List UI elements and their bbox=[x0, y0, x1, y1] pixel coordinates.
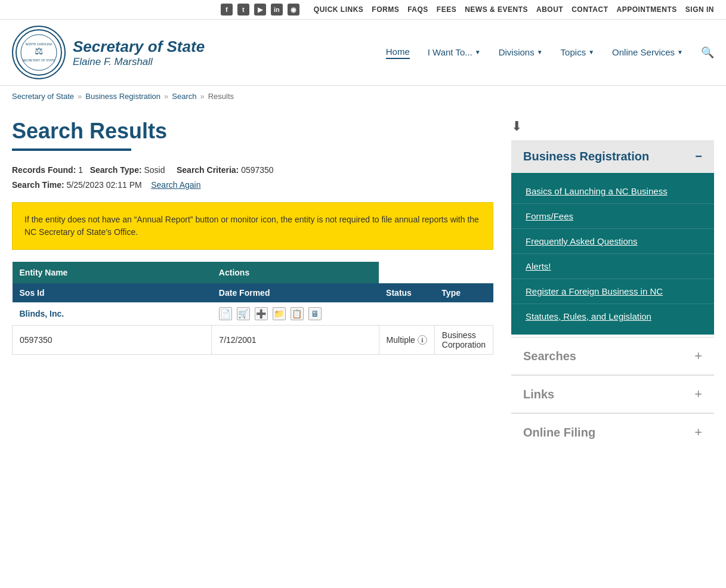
collapse-icon: − bbox=[695, 150, 702, 163]
title-underline bbox=[12, 148, 131, 151]
nav-divisions[interactable]: Divisions ▼ bbox=[499, 47, 543, 58]
search-criteria-label: Search Criteria: bbox=[177, 165, 239, 175]
nav-topics[interactable]: Topics ▼ bbox=[561, 47, 594, 58]
expand-links-icon: + bbox=[694, 386, 702, 402]
top-bar: f t ▶ in ◉ Quick Links Forms FAQs Fees N… bbox=[0, 0, 726, 20]
sign-in-link[interactable]: Sign In bbox=[685, 5, 714, 14]
search-type-text: Sosid bbox=[144, 165, 165, 175]
contact-link[interactable]: Contact bbox=[571, 5, 608, 14]
breadcrumb-sep-3: » bbox=[200, 92, 204, 101]
appointments-link[interactable]: Appointments bbox=[616, 5, 676, 14]
col-sos-id: Sos Id bbox=[13, 283, 212, 302]
doc-icon[interactable]: 📄 bbox=[219, 307, 232, 320]
breadcrumb-business-reg[interactable]: Business Registration bbox=[85, 92, 160, 101]
sidebar: ⬇ Business Registration − Basics of Laun… bbox=[511, 119, 714, 451]
nav-online-services[interactable]: Online Services ▼ bbox=[612, 47, 683, 58]
header-search-button[interactable]: 🔍 bbox=[701, 46, 714, 59]
content-area: Search Results Records Found: 1 Search T… bbox=[12, 119, 493, 451]
results-table: Entity Name Actions Sos Id Date Formed S… bbox=[12, 262, 493, 355]
chevron-down-icon: ▼ bbox=[588, 49, 594, 55]
about-link[interactable]: About bbox=[536, 5, 563, 14]
linkedin-icon[interactable]: in bbox=[271, 4, 283, 16]
status-info: Multiple ℹ bbox=[387, 335, 427, 345]
secretary-title: Secretary of State bbox=[73, 38, 205, 56]
entity-name-link[interactable]: Blinds, Inc. bbox=[20, 309, 64, 318]
news-events-link[interactable]: News & Events bbox=[465, 5, 528, 14]
breadcrumb: Secretary of State » Business Registrati… bbox=[0, 86, 726, 107]
sidebar-online-filing[interactable]: Online Filing + bbox=[511, 413, 714, 451]
sos-id-cell: 0597350 bbox=[13, 326, 212, 355]
col-status: Status bbox=[379, 283, 434, 302]
sidebar-link-basics[interactable]: Basics of Launching a NC Business bbox=[511, 179, 714, 204]
svg-text:⚖: ⚖ bbox=[35, 46, 43, 56]
sidebar-link-alerts[interactable]: Alerts! bbox=[511, 254, 714, 279]
sidebar-links[interactable]: Links + bbox=[511, 375, 714, 413]
sidebar-link-forms-fees[interactable]: Forms/Fees bbox=[511, 204, 714, 229]
breadcrumb-search[interactable]: Search bbox=[172, 92, 196, 101]
table-row: 0597350 7/12/2001 Multiple ℹ Business Co… bbox=[13, 326, 493, 355]
status-cell: Multiple ℹ bbox=[379, 326, 434, 355]
search-again-link[interactable]: Search Again bbox=[151, 180, 200, 190]
sidebar-links-title: Links bbox=[523, 388, 554, 401]
fees-link[interactable]: Fees bbox=[437, 5, 456, 14]
add-icon[interactable]: ➕ bbox=[255, 307, 268, 320]
quick-links-link[interactable]: Quick Links bbox=[314, 5, 364, 14]
table-row: Blinds, Inc. 📄 🛒 ➕ 📁 📋 🖥 bbox=[13, 302, 493, 326]
col-actions: Actions bbox=[212, 262, 379, 283]
notice-text: If the entity does not have an “Annual R… bbox=[24, 215, 479, 237]
search-time-text: 5/25/2023 02:11 PM bbox=[67, 180, 142, 190]
sidebar-searches-title: Searches bbox=[523, 349, 576, 363]
state-seal: NORTH CAROLINA SECRETARY OF STATE ⚖ bbox=[12, 26, 66, 79]
search-time-label: Search Time: bbox=[12, 180, 64, 190]
info-icon[interactable]: ℹ bbox=[418, 335, 427, 345]
monitor-icon[interactable]: 🖥 bbox=[308, 307, 322, 320]
social-icons: f t ▶ in ◉ bbox=[221, 4, 299, 16]
chevron-down-icon: ▼ bbox=[537, 49, 543, 55]
main-nav: Home I Want To... ▼ Divisions ▼ Topics ▼… bbox=[386, 46, 714, 59]
download-icon[interactable]: ⬇ bbox=[511, 119, 714, 134]
breadcrumb-sep-2: » bbox=[164, 92, 168, 101]
search-type-label: Search Type: bbox=[90, 165, 142, 175]
col-entity-name: Entity Name bbox=[13, 262, 212, 283]
youtube-icon[interactable]: ▶ bbox=[254, 4, 266, 16]
breadcrumb-results: Results bbox=[208, 92, 234, 101]
action-icons: 📄 🛒 ➕ 📁 📋 🖥 bbox=[219, 307, 486, 320]
status-text: Multiple bbox=[387, 335, 415, 345]
faqs-link[interactable]: FAQs bbox=[407, 5, 428, 14]
list-icon[interactable]: 📋 bbox=[291, 307, 304, 320]
chevron-down-icon: ▼ bbox=[475, 49, 481, 55]
sidebar-link-foreign[interactable]: Register a Foreign Business in NC bbox=[511, 279, 714, 304]
nav-i-want-to[interactable]: I Want To... ▼ bbox=[428, 47, 481, 58]
facebook-icon[interactable]: f bbox=[221, 4, 233, 16]
sidebar-link-faq[interactable]: Frequently Asked Questions bbox=[511, 229, 714, 254]
cart-icon[interactable]: 🛒 bbox=[237, 307, 250, 320]
sidebar-business-reg-header[interactable]: Business Registration − bbox=[511, 140, 714, 173]
expand-online-filing-icon: + bbox=[694, 425, 702, 440]
expand-searches-icon: + bbox=[694, 348, 702, 364]
records-found-label: Records Found: bbox=[12, 165, 76, 175]
col-type: Type bbox=[434, 283, 493, 302]
chevron-down-icon: ▼ bbox=[677, 49, 683, 55]
sidebar-business-reg-title: Business Registration bbox=[523, 150, 649, 163]
twitter-icon[interactable]: t bbox=[237, 4, 249, 16]
breadcrumb-sos[interactable]: Secretary of State bbox=[12, 92, 74, 101]
page-title: Search Results bbox=[12, 119, 493, 144]
svg-text:SECRETARY OF STATE: SECRETARY OF STATE bbox=[22, 58, 55, 62]
main-layout: Search Results Records Found: 1 Search T… bbox=[0, 107, 726, 463]
col-date-formed: Date Formed bbox=[212, 283, 379, 302]
type-cell: Business Corporation bbox=[434, 326, 493, 355]
sidebar-link-statutes[interactable]: Statutes, Rules, and Legislation bbox=[511, 304, 714, 329]
nav-home[interactable]: Home bbox=[386, 47, 410, 59]
sidebar-searches[interactable]: Searches + bbox=[511, 337, 714, 375]
folder-icon[interactable]: 📁 bbox=[273, 307, 286, 320]
site-header: NORTH CAROLINA SECRETARY OF STATE ⚖ Secr… bbox=[0, 20, 726, 86]
site-title: Secretary of State Elaine F. Marshall bbox=[73, 38, 205, 68]
date-formed-cell: 7/12/2001 bbox=[212, 326, 379, 355]
records-found-number: 1 bbox=[78, 165, 83, 175]
sidebar-online-filing-title: Online Filing bbox=[523, 426, 595, 440]
sidebar-business-reg-links: Basics of Launching a NC Business Forms/… bbox=[511, 173, 714, 335]
forms-link[interactable]: Forms bbox=[372, 5, 399, 14]
notice-box: If the entity does not have an “Annual R… bbox=[12, 202, 493, 250]
top-links: Quick Links Forms FAQs Fees News & Event… bbox=[314, 5, 714, 14]
rss-icon[interactable]: ◉ bbox=[288, 4, 299, 16]
